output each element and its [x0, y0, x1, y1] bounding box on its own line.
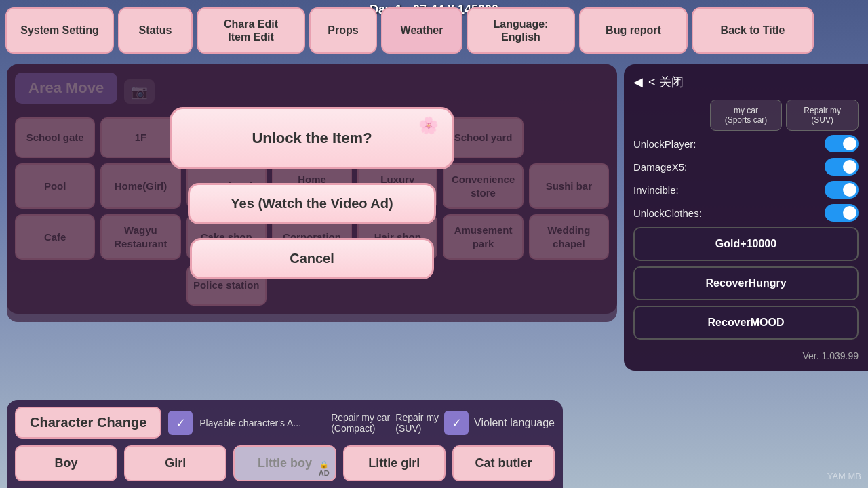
damage-x5-label: DamageX5: [633, 161, 687, 173]
storage-info: YAM MB [827, 471, 861, 481]
dialog-decoration: 🌸 [418, 116, 439, 135]
char-girl-button[interactable]: Girl [124, 445, 226, 481]
close-label: < 关闭 [648, 74, 684, 90]
recover-hungry-button[interactable]: RecoverHungry [633, 266, 859, 300]
unlock-clothes-toggle[interactable] [825, 204, 859, 222]
close-panel-button[interactable]: ◀ < 关闭 [633, 74, 859, 90]
invincible-toggle[interactable] [825, 181, 859, 199]
dialog-yes-button[interactable]: Yes (Watch the Video Ad) [188, 183, 435, 224]
chevron-left-icon: ◀ [633, 75, 643, 89]
recover-mood-button[interactable]: RecoverMOOD [633, 306, 859, 340]
chara-edit-label: Chara EditItem Edit [224, 18, 278, 43]
unlock-player-label: UnlockPlayer: [633, 138, 696, 150]
gold-button[interactable]: Gold+10000 [633, 227, 859, 261]
status-button[interactable]: Status [118, 7, 193, 54]
version-label: Ver. 1.039.99 [633, 350, 859, 361]
invincible-row: Invincible: [633, 181, 859, 199]
char-desc: Playable character's A... [199, 418, 301, 428]
char-check-button[interactable]: ✓ [168, 411, 193, 435]
chara-edit-button[interactable]: Chara EditItem Edit [197, 7, 305, 54]
bug-report-button[interactable]: Bug report [579, 7, 688, 54]
dialog-title: Unlock the Item? [252, 129, 372, 146]
char-buttons: Boy Girl Little boy Little girl Cat butl… [15, 445, 555, 481]
invincible-label: Invincible: [633, 184, 679, 196]
unlock-clothes-label: UnlockClothes: [633, 207, 702, 219]
violent-label: Violent language [474, 417, 555, 429]
violent-check-button[interactable]: ✓ [444, 411, 469, 435]
repair-suv-label: Repair my(SUV) [395, 412, 439, 434]
unlock-player-row: UnlockPlayer: [633, 135, 859, 152]
char-change-title: Character Change [15, 407, 161, 439]
char-change-panel: Character Change ✓ Playable character's … [7, 400, 563, 488]
system-setting-button[interactable]: System Setting [5, 7, 114, 54]
language-button[interactable]: Language:English [467, 7, 575, 54]
language-label: Language:English [494, 18, 549, 43]
bottom-right-info: YAM MB [827, 471, 861, 481]
weather-button[interactable]: Weather [381, 7, 462, 54]
damage-x5-row: DamageX5: [633, 158, 859, 176]
char-little-boy-button[interactable]: Little boy [233, 445, 336, 481]
right-panel: ◀ < 关闭 my car(Sports car) Repair my(SUV)… [624, 64, 868, 371]
top-bar: System Setting Status Chara EditItem Edi… [0, 0, 868, 61]
dialog-overlay: Unlock the Item? 🌸 Yes (Watch the Video … [7, 64, 617, 322]
char-little-girl-button[interactable]: Little girl [343, 445, 446, 481]
char-boy-button[interactable]: Boy [15, 445, 117, 481]
car-repair-row: my car(Sports car) Repair my(SUV) [633, 100, 859, 131]
unlock-player-toggle[interactable] [825, 135, 859, 152]
repair-compact-label: Repair my car(Compact) [331, 412, 390, 434]
unlock-dialog-box: Unlock the Item? 🌸 [170, 107, 454, 169]
props-button[interactable]: Props [309, 7, 377, 54]
back-to-title-button[interactable]: Back to Title [692, 7, 814, 54]
repair-suv-button[interactable]: Repair my(SUV) [786, 100, 859, 131]
char-change-header: Character Change ✓ Playable character's … [15, 407, 555, 439]
damage-x5-toggle[interactable] [825, 158, 859, 176]
repair-sports-button[interactable]: my car(Sports car) [710, 100, 783, 131]
dialog-cancel-button[interactable]: Cancel [190, 238, 434, 279]
char-cat-butler-button[interactable]: Cat butler [452, 445, 555, 481]
unlock-clothes-row: UnlockClothes: [633, 204, 859, 222]
